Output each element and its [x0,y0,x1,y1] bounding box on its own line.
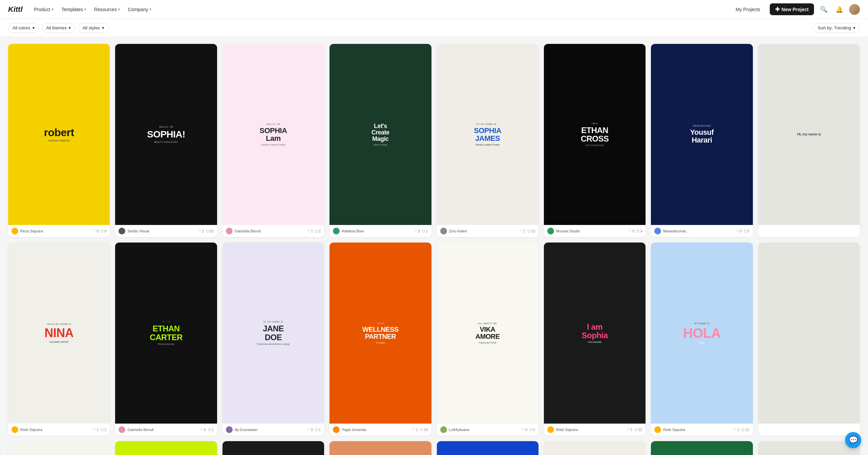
author-avatar [226,426,233,433]
template-card[interactable]: @made.withkittl — ArchitectHello! I'm An… [8,441,110,455]
like-count[interactable]: ♡ 1 [519,229,525,233]
author-name: Yogie Ismanda [342,428,366,432]
template-card[interactable]: I am SophiaLet's InnovateRiski Saputra♡ … [544,243,646,436]
new-project-button[interactable]: ✚ New Project [770,3,814,15]
card-stats: ♡ 0◻ 5 [735,229,749,233]
comment-count[interactable]: ◻ 15 [206,229,214,233]
nav-item-resources[interactable]: Resources ▾ [91,5,123,14]
comment-count[interactable]: ◻ 0 [101,229,106,233]
card-stats: ♡ 0◻ 5 [521,427,535,432]
comment-count[interactable]: ◻ 12 [741,427,749,432]
comment-count[interactable]: ◻ 9 [636,229,642,233]
logo[interactable]: Kittl [8,5,23,14]
author-avatar [119,426,125,433]
author-avatar [547,228,554,234]
card-author: Riski Saputra [11,426,42,433]
chat-button[interactable]: 💬 [845,432,861,448]
card-thumbnail: Hello, I'mSOPHIA LamFashion Content Crea… [222,44,324,225]
template-card[interactable]: HOLA! MY NAME ISNINACULINARY ARTISTRiski… [8,243,110,436]
my-projects-button[interactable]: My Projects [730,4,766,15]
comment-count[interactable]: ◻ 2 [101,427,106,432]
nav-company-label: Company [128,7,148,12]
card-footer: Riski Saputra♡ 5◻ 32 [544,424,646,436]
sort-button[interactable]: Sort by: Trending ▾ [813,23,860,33]
filter-bar: All colors ▾ All themes ▾ All styles ▾ S… [0,19,868,37]
template-card[interactable]: HELLO, I'MNANCYSTYLIST & INFLUENCERSkill… [115,441,217,455]
author-name: Masantocreative [663,229,690,233]
template-card[interactable]: YOUR STYLE GUIDEIsabella LaraBustrata St… [651,441,753,455]
template-card[interactable]: Hi, my name is...SOPHIA JAMESFashion Con… [437,44,538,237]
template-card[interactable]: Hello, I'mSOPHIA LamFashion Content Crea… [222,44,324,237]
template-card[interactable]: All About MeVIKA AMOREPassionate Florist… [437,243,538,436]
card-thumbnail: Hi, my name is [758,44,860,225]
template-card[interactable]: yourWELLNESS PARTNERI'm JasonYogie Isman… [330,243,431,436]
like-count[interactable]: ♡ 0 [628,229,634,233]
navbar-left: Kittl Product ▾ Templates ▾ Resources ▾ … [8,5,155,14]
card-stats: ♡ 1◻ 2 [307,229,321,233]
comment-count[interactable]: ◻ 5 [744,229,749,233]
comment-count[interactable]: ◻ 19 [420,427,428,432]
card-thumbnail: ...Jardines...About John [544,441,646,455]
like-count[interactable]: ♡ 0 [521,427,527,432]
comment-count[interactable]: ◻ 32 [634,427,642,432]
user-avatar[interactable] [849,4,860,15]
nav-resources-label: Resources [94,7,117,12]
like-count[interactable]: ♡ 5 [626,427,632,432]
like-count[interactable]: ♡ 0 [200,427,206,432]
comment-count[interactable]: ◻ 1 [422,229,428,233]
comment-count[interactable]: ◻ 13 [527,229,535,233]
card-author: Masantocreative [654,228,690,234]
author-name: Aji Gusnawan [235,428,258,432]
template-card[interactable]: HI, I'METHAN CARTERFitness InstructorGab… [115,243,217,436]
like-count[interactable]: ♡ 0 [414,229,420,233]
like-count[interactable]: ♡ 1 [307,229,313,233]
like-count[interactable]: ♡ 1 [93,427,99,432]
nav-item-templates[interactable]: Templates ▾ [58,5,89,14]
chevron-down-icon: ▾ [69,25,71,30]
template-card[interactable]: NEED A QUALITY CONTENT?HASSAN EYOUBLETS … [330,441,431,455]
author-name: Riski Saputra [663,428,685,432]
card-thumbnail: Let's Create MagicWhat I Design [330,44,431,225]
template-card[interactable]: ...Jardines...About JohnLuthfyduana♡ 1◻ … [544,441,646,455]
author-name: Adiatma Bani [342,229,364,233]
search-button[interactable]: 🔍 [818,4,830,15]
card-footer: Seribu Visual♡ 2◻ 15 [115,225,217,237]
card-stats: ♡ 0◻ 1 [307,427,321,432]
comment-count[interactable]: ◻ 1 [315,427,321,432]
comment-count[interactable]: ◻ 2 [315,229,321,233]
card-thumbnail: HELLO, I'MSOPHIA!BEAUTY CONSULTANT [115,44,217,225]
filter-group: All colors ▾ All themes ▾ All styles ▾ [8,23,109,33]
comment-count[interactable]: ◻ 1 [208,427,214,432]
card-stats: ♡ 2◻ 15 [198,229,213,233]
template-card[interactable] [758,441,860,455]
card-stats: ♡ 1◻ 19 [412,427,428,432]
template-card[interactable]: Let's Create MagicWhat I DesignAdiatma B… [330,44,431,237]
template-card[interactable]: ResearcherYousuf HarariMasantocreative♡ … [651,44,753,237]
template-card[interactable]: robertCONTENT CREATORReza Saputra♡ 0◻ 0 [8,44,110,237]
template-card[interactable]: Hi, my name is [758,44,860,237]
themes-filter[interactable]: All themes ▾ [42,23,76,33]
like-count[interactable]: ♡ 0 [93,229,99,233]
template-card[interactable]: HELLO, I'MSOPHIA!BEAUTY CONSULTANTSeribu… [115,44,217,237]
comment-count[interactable]: ◻ 5 [529,427,535,432]
nav-item-product[interactable]: Product ▾ [31,5,57,14]
nav-item-company[interactable]: Company ▾ [125,5,155,14]
colors-filter[interactable]: All colors ▾ [8,23,39,33]
template-card[interactable]: I'M AETHAN CROSSPHOTOGRAPHERMusara Studi… [544,44,646,237]
like-count[interactable]: ♡ 0 [307,427,313,432]
like-count[interactable]: ♡ 2 [198,229,204,233]
like-count[interactable]: ♡ 1 [412,427,418,432]
notifications-button[interactable]: 🔔 [834,4,845,15]
chevron-down-icon: ▾ [118,7,120,11]
styles-filter[interactable]: All styles ▾ [78,23,108,33]
template-card[interactable] [758,243,860,436]
like-count[interactable]: ♡ 1 [733,427,739,432]
template-card[interactable]: Hi, my name isJANE DOEPassionate about f… [222,243,324,436]
author-avatar [654,228,661,234]
template-card[interactable]: EMILY CARTERFashion Influencer Content C… [437,441,538,455]
template-card[interactable]: Hello there, I'mPATRICIA KARLTECHNOLOGY … [222,441,324,455]
card-stats: ♡ 0◻ 0 [93,229,106,233]
card-footer: Adiatma Bani♡ 0◻ 1 [330,225,431,237]
template-card[interactable]: MY NAME ISHOLAMayaRiski Saputra♡ 1◻ 12 [651,243,753,436]
like-count[interactable]: ♡ 0 [735,229,741,233]
